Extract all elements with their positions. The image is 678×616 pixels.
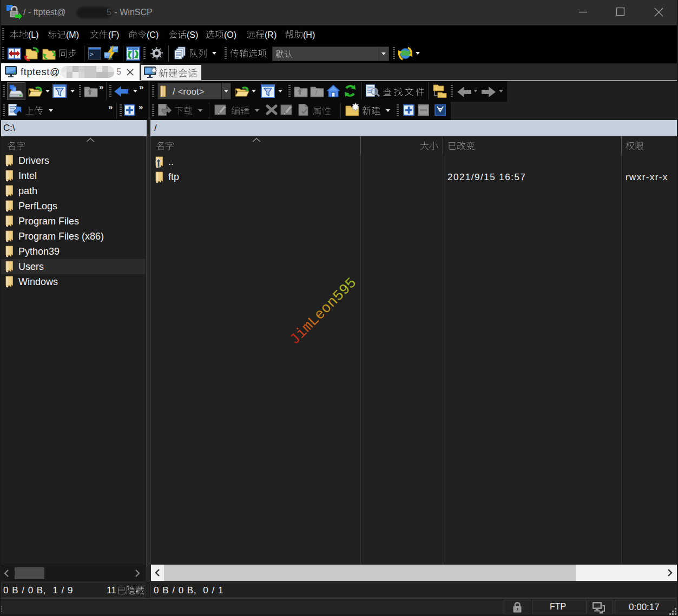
svg-text:/: /: [315, 90, 317, 96]
svg-text:JimLeon595: JimLeon595: [286, 275, 360, 348]
svg-text:>: >: [90, 51, 94, 58]
